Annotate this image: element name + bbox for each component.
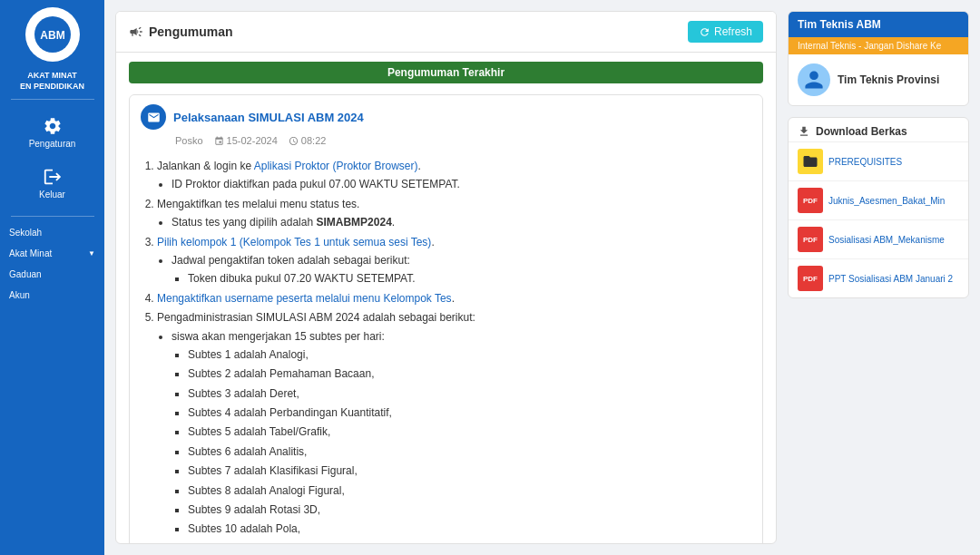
pdf-icon-2: PDF (798, 227, 823, 252)
announcement-time: 08:22 (289, 135, 327, 146)
refresh-icon (699, 26, 710, 38)
main-content: Pengumuman Refresh Pengumuman Terakhir (104, 0, 980, 555)
announcement-content: Jalankan & login ke Aplikasi Proktor (Pr… (130, 153, 762, 543)
team-card: Tim Teknis ABM Internal Teknis - Jangan … (788, 11, 969, 106)
sidebar-label-keluar: Keluar (39, 190, 65, 200)
refresh-button[interactable]: Refresh (688, 21, 763, 43)
megaphone-icon (129, 24, 143, 39)
download-label-0: PREREQUISITES (828, 156, 902, 168)
download-item-3[interactable]: PDF PPT Sosialisasi ABM Januari 2 (789, 259, 968, 297)
announcement-date: 15-02-2024 (214, 135, 278, 146)
person-icon (803, 69, 825, 91)
announcement-item: Pelaksanaan SIMULASI ABM 2024 Posko 15-0… (129, 94, 763, 543)
sidebar-divider-2 (11, 216, 94, 217)
sidebar-item-pengaturan[interactable]: Pengaturan (16, 109, 89, 156)
team-card-header: Tim Teknis ABM (789, 12, 968, 37)
sidebar-item-akat-minat[interactable]: Akat Minat ▼ (0, 243, 104, 264)
folder-icon (798, 149, 823, 174)
download-item-0[interactable]: PREREQUISITES (789, 142, 968, 181)
pengumuman-terakhir-button[interactable]: Pengumuman Terakhir (129, 62, 763, 83)
pdf-icon-3: PDF (798, 266, 823, 291)
sidebar-item-gaduan[interactable]: Gaduan (0, 264, 104, 285)
download-section-header: Download Berkas (789, 118, 968, 142)
team-avatar (798, 63, 830, 96)
sidebar-item-keluar[interactable]: Keluar (16, 160, 89, 207)
panel-title: Pengumuman (129, 24, 233, 39)
download-item-2[interactable]: PDF Sosialisasi ABM_Mekanisme (789, 220, 968, 259)
download-icon (798, 125, 810, 138)
download-card: Download Berkas PREREQUISITES PDF Juknis… (788, 117, 969, 298)
announcement-title[interactable]: Pelaksanaan SIMULASI ABM 2024 (173, 111, 364, 124)
download-label-1: Juknis_Asesmen_Bakat_Min (828, 195, 945, 207)
sidebar-item-akun[interactable]: Akun (0, 285, 104, 306)
download-label-2: Sosialisasi ABM_Mekanisme (828, 234, 945, 246)
announcement-header: Pelaksanaan SIMULASI ABM 2024 (130, 95, 762, 133)
download-item-1[interactable]: PDF Juknis_Asesmen_Bakat_Min (789, 181, 968, 220)
announcement-meta: Posko 15-02-2024 08:22 (130, 133, 762, 153)
sidebar: ABM AKAT MINAT EN PENDIDIKAN Pengaturan … (0, 0, 104, 555)
panel-header: Pengumuman Refresh (116, 12, 776, 53)
calendar-icon (214, 136, 224, 146)
announcement-source: Posko (175, 135, 203, 146)
left-panel: Pengumuman Refresh Pengumuman Terakhir (115, 11, 777, 544)
announcement-body: Pelaksanaan SIMULASI ABM 2024 Posko 15-0… (116, 89, 776, 543)
pdf-icon-1: PDF (798, 188, 823, 213)
app-name: AKAT MINAT EN PENDIDIKAN (16, 69, 88, 93)
app-logo: ABM (25, 7, 80, 62)
sidebar-divider (11, 99, 94, 100)
mail-icon (141, 104, 166, 130)
team-member: Tim Teknis Provinsi (789, 54, 968, 105)
sidebar-item-sekolah[interactable]: Sekolah (0, 222, 104, 243)
right-panel: Tim Teknis ABM Internal Teknis - Jangan … (788, 11, 969, 544)
svg-text:ABM: ABM (40, 29, 64, 42)
content-area: Pengumuman Refresh Pengumuman Terakhir (104, 0, 980, 555)
team-card-subheader: Internal Teknis - Jangan Dishare Ke (789, 37, 968, 54)
clock-icon (289, 136, 299, 146)
chevron-down-icon: ▼ (88, 249, 95, 258)
download-label-3: PPT Sosialisasi ABM Januari 2 (828, 273, 953, 285)
sidebar-label-pengaturan: Pengaturan (29, 139, 76, 149)
team-member-name: Tim Teknis Provinsi (838, 73, 939, 86)
sidebar-nav: Pengaturan Keluar (0, 105, 104, 210)
